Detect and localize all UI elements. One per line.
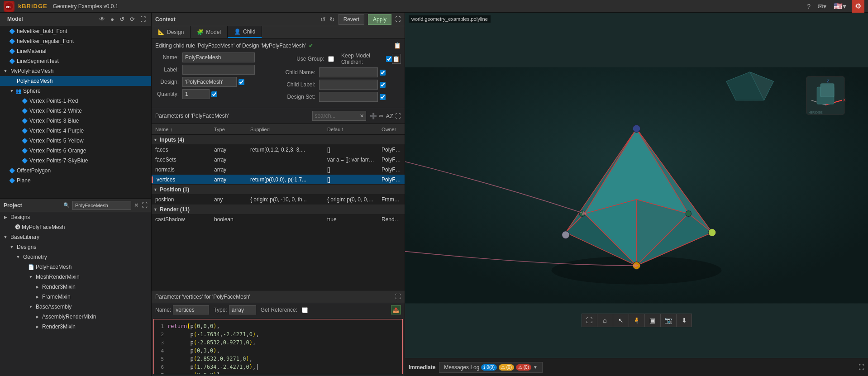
green-export-btn[interactable]: 📤 (391, 305, 401, 314)
quantity-checkbox[interactable] (211, 91, 217, 97)
table-row[interactable]: castShadow boolean true Render3Mixin (152, 214, 405, 224)
project-tree-item-mesh_render[interactable]: ▼ MeshRenderMixin (0, 272, 151, 282)
copy-btn[interactable]: 📋 (392, 54, 401, 64)
vp-download-btn[interactable]: ⬇ (677, 314, 692, 327)
expand-proj-base_library[interactable]: ▼ (3, 235, 8, 239)
model-tree-item-poly_face[interactable]: PolyFaceMesh (0, 76, 151, 86)
help-icon[interactable]: ? (807, 3, 811, 10)
model-tree-item-plane[interactable]: 🔷 Plane (0, 176, 151, 186)
project-tree-item-base_library[interactable]: ▼ BaseLibrary (0, 232, 151, 242)
child-name-checkbox[interactable] (380, 70, 386, 76)
model-tree-item-helvetiker_bold[interactable]: 🔷 helvetiker_bold_Font (0, 26, 151, 36)
revert-button[interactable]: Revert (339, 14, 364, 25)
context-expand-icon[interactable]: ⛶ (395, 16, 401, 23)
expand-proj-designs2[interactable]: ▼ (10, 245, 14, 249)
vp-pointer-btn[interactable]: ↖ (614, 314, 628, 327)
project-search-clear[interactable]: ✕ (134, 202, 139, 209)
get-ref-checkbox[interactable] (302, 307, 308, 313)
design-set-checkbox[interactable] (380, 94, 386, 100)
vp-person-btn[interactable]: 🧍 (630, 314, 644, 327)
context-redo-icon[interactable]: ↻ (329, 16, 335, 23)
project-tree-item-render3mixin[interactable]: ▶ Render3Mixin (0, 282, 151, 292)
design-input[interactable] (182, 77, 237, 87)
code-editor[interactable]: 1 return[p(0,0,0), 2 p(-1.7634,-2.4271,0… (154, 319, 402, 374)
vp-box-btn[interactable]: ▣ (645, 314, 660, 327)
messages-tab[interactable]: Messages Log ℹ 0(0) ⚠ (0) ⚠ (0) ▼ (439, 362, 543, 373)
model-tree-item-helvetiker_regular[interactable]: 🔷 helvetiker_regular_Font (0, 36, 151, 46)
child-name-input[interactable] (319, 67, 378, 77)
keep-model-checkbox[interactable] (386, 56, 392, 62)
table-row[interactable]: position any { origin: p(0, -10, 0, th..… (152, 195, 405, 205)
project-tree-item-frame_mixin[interactable]: ▶ FrameMixin (0, 292, 151, 302)
tab-model[interactable]: 🧩 Model (191, 26, 228, 38)
model-tree-item-vp5[interactable]: 🔷 Vertex Points-5-Yellow (0, 136, 151, 146)
table-row[interactable]: normals array [] PolyFaceMesh (152, 165, 405, 175)
tab-design[interactable]: 📐 Design (152, 26, 191, 38)
use-group-checkbox[interactable] (328, 56, 334, 62)
tab-child[interactable]: 👤 Child (228, 26, 262, 38)
params-search-clear[interactable]: ✕ (360, 113, 364, 119)
child-label-checkbox[interactable] (380, 82, 386, 88)
project-tree-item-designs2[interactable]: ▼ Designs (0, 242, 151, 252)
params-search-input[interactable] (315, 113, 360, 119)
immediate-expand-icon[interactable]: ⛶ (858, 364, 864, 371)
model-tree-item-vp1[interactable]: 🔷 Vertex Points-1-Red (0, 96, 151, 106)
project-tree-item-render3mixin2[interactable]: ▶ Render3Mixin (0, 322, 151, 332)
context-undo-icon[interactable]: ↺ (320, 16, 326, 23)
model-tree-item-line_material[interactable]: 🔷 LineMaterial (0, 46, 151, 56)
expand-proj-mesh_render[interactable]: ▼ (29, 275, 33, 279)
project-tree-item-poly_face2[interactable]: 📄 PolyFaceMesh (0, 262, 151, 272)
table-row[interactable]: faces array return[0,1,2, 0,2,3, 3,... [… (152, 145, 405, 155)
apply-button[interactable]: Apply (368, 14, 391, 25)
model-refresh-icon[interactable]: ↺ (118, 15, 126, 24)
model-visibility-icon[interactable]: 👁 (98, 15, 106, 24)
edit-param-icon[interactable]: ✏ (379, 113, 384, 119)
param-name-input[interactable] (173, 305, 209, 314)
expand-params-icon[interactable]: ⛶ (395, 113, 401, 119)
model-dot-icon[interactable]: ● (109, 15, 115, 24)
table-row-vertices[interactable]: vertices array return[p(0,0,0), p(-1.7..… (152, 175, 405, 185)
model-tree-item-vp7[interactable]: 🔷 Vertex Points-7-SkyBlue (0, 156, 151, 166)
project-maximize-icon[interactable]: ⛶ (142, 202, 148, 209)
vp-camera-btn[interactable]: 📷 (661, 314, 676, 327)
model-tree-item-line_seg_test[interactable]: 🔷 LineSegmentTest (0, 56, 151, 66)
project-search-input[interactable] (72, 201, 131, 210)
param-editor-expand[interactable]: ⛶ (395, 293, 401, 300)
model-tree-item-my_poly[interactable]: ▼ MyPolyFaceMesh (0, 66, 151, 76)
name-input[interactable] (182, 52, 255, 62)
expand-proj-render3mixin2[interactable]: ▶ (35, 324, 39, 329)
mail-icon[interactable]: ✉▾ (818, 3, 826, 10)
position-expand[interactable]: ▼ (153, 187, 160, 192)
viewport-canvas[interactable]: Z X kBRiDGE (405, 13, 868, 358)
project-tree-item-designs_top[interactable]: ▶ Designs (0, 212, 151, 222)
expand-sphere[interactable]: ▼ (10, 89, 14, 93)
quantity-input[interactable] (182, 89, 210, 99)
expand-proj-geometry[interactable]: ▼ (16, 255, 20, 259)
vp-expand-btn[interactable]: ⛶ (582, 314, 596, 327)
sort-icon[interactable]: AZ (386, 113, 393, 119)
design-checkbox[interactable] (238, 79, 244, 85)
expand-my_poly[interactable]: ▼ (3, 69, 8, 73)
model-tree-item-vp4[interactable]: 🔷 Vertex Points-4-Purple (0, 126, 151, 136)
project-tree-item-base_assembly[interactable]: ▼ BaseAssembly (0, 302, 151, 312)
expand-proj-frame_mixin[interactable]: ▶ (35, 295, 39, 299)
expand-proj-designs_top[interactable]: ▶ (3, 215, 8, 219)
model-tree-item-vp2[interactable]: 🔷 Vertex Points-2-White (0, 106, 151, 116)
add-param-icon[interactable]: ➕ (370, 113, 377, 119)
model-expand-icon[interactable]: ⛶ (139, 15, 148, 24)
model-sync-icon[interactable]: ⟳ (129, 15, 136, 24)
model-tree-item-vp3[interactable]: 🔷 Vertex Points-3-Blue (0, 116, 151, 126)
label-input[interactable] (182, 65, 255, 75)
expand-proj-base_assembly[interactable]: ▼ (29, 305, 33, 309)
param-type-input[interactable] (229, 305, 256, 314)
project-tree-item-assembly_render[interactable]: ▶ AssemblyRenderMixin (0, 312, 151, 322)
model-tree-item-sphere[interactable]: ▼ 👥 Sphere (0, 86, 151, 96)
project-tree-item-a_mypoly[interactable]: 🅐 MyPolyFaceMesh (0, 222, 151, 232)
render-expand[interactable]: ▼ (153, 207, 160, 212)
project-tree-item-geometry[interactable]: ▼ Geometry (0, 252, 151, 262)
expand-proj-assembly_render[interactable]: ▶ (35, 314, 39, 319)
messages-expand-icon[interactable]: ▼ (533, 365, 538, 370)
copy-design-icon[interactable]: 📋 (394, 42, 401, 49)
vp-home-btn[interactable]: ⌂ (598, 314, 612, 327)
child-label-input[interactable] (319, 80, 378, 90)
